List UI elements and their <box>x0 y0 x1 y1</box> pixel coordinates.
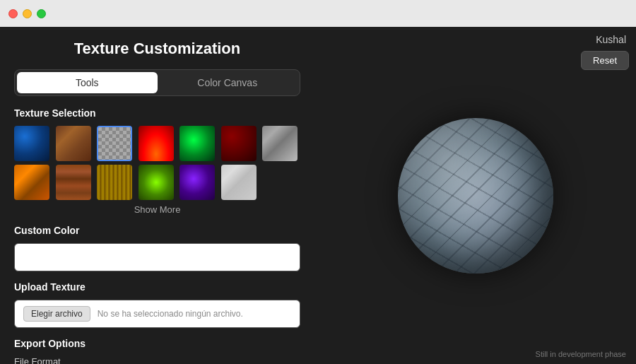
custom-color-section: Custom Color <box>14 225 300 271</box>
file-format-label: File Format <box>14 356 300 364</box>
show-more-button[interactable]: Show More <box>14 204 300 215</box>
tab-tools[interactable]: Tools <box>17 72 158 93</box>
texture-thumb-5[interactable] <box>179 126 215 161</box>
tabs-container: Tools Color Canvas <box>14 69 300 96</box>
texture-thumb-4[interactable] <box>139 126 174 161</box>
texture-thumb-8[interactable] <box>14 165 49 200</box>
file-choose-button[interactable]: Elegir archivo <box>23 306 90 322</box>
export-options-label: Export Options <box>14 338 300 349</box>
texture-thumb-3[interactable] <box>97 126 132 161</box>
left-panel: Texture Customization Tools Color Canvas… <box>0 27 314 364</box>
tab-color-canvas[interactable]: Color Canvas <box>158 72 298 93</box>
minimize-button[interactable] <box>23 9 32 18</box>
texture-thumb-11[interactable] <box>139 165 174 200</box>
texture-grid <box>14 126 300 200</box>
page-title: Texture Customization <box>14 40 300 58</box>
texture-thumb-2[interactable] <box>56 126 91 161</box>
texture-thumb-12[interactable] <box>179 165 215 200</box>
right-panel: Kushal Reset Still in development phase <box>314 27 636 364</box>
texture-thumb-9[interactable] <box>56 165 91 200</box>
texture-thumb-1[interactable] <box>14 126 49 161</box>
title-bar <box>0 0 636 27</box>
texture-thumb-13[interactable] <box>221 165 257 200</box>
user-name: Kushal <box>596 34 626 45</box>
texture-selection-label: Texture Selection <box>14 107 300 119</box>
texture-thumb-7[interactable] <box>262 126 298 161</box>
3d-sphere <box>398 118 553 274</box>
main-content: Texture Customization Tools Color Canvas… <box>0 27 636 364</box>
reset-button[interactable]: Reset <box>581 51 629 70</box>
file-input-label[interactable]: Elegir archivo No se ha seleccionado nin… <box>14 300 300 328</box>
sphere-container <box>398 118 553 274</box>
custom-color-input[interactable] <box>14 243 300 271</box>
file-placeholder-text: No se ha seleccionado ningún archivo. <box>98 309 243 319</box>
maximize-button[interactable] <box>37 9 46 18</box>
custom-color-label: Custom Color <box>14 225 300 236</box>
export-options-section: Export Options File Format Export Textur… <box>14 338 300 364</box>
upload-texture-label: Upload Texture <box>14 281 300 293</box>
close-button[interactable] <box>8 9 18 18</box>
footer-text: Still in development phase <box>536 350 626 358</box>
upload-texture-section: Upload Texture Elegir archivo No se ha s… <box>14 281 300 328</box>
texture-thumb-6[interactable] <box>221 126 257 161</box>
texture-thumb-10[interactable] <box>97 165 132 200</box>
traffic-lights <box>8 9 46 18</box>
